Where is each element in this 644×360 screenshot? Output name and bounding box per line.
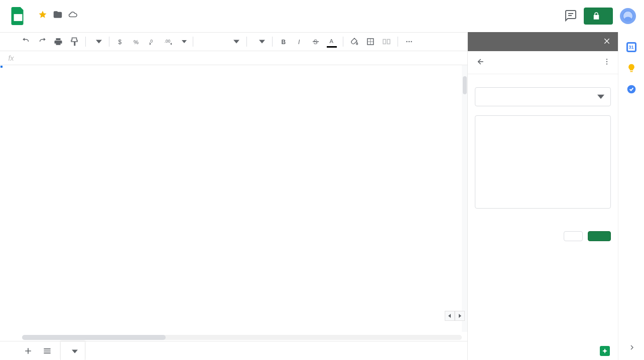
keep-icon[interactable]: [626, 63, 636, 73]
comments-icon[interactable]: [565, 10, 577, 23]
formula-bar: fx: [0, 51, 468, 65]
menu-tools[interactable]: [92, 22, 100, 26]
sheet-tab-bar: [0, 341, 468, 360]
svg-point-20: [406, 41, 407, 42]
text-color-icon[interactable]: A: [325, 35, 339, 49]
menu-edit[interactable]: [42, 22, 50, 26]
close-icon[interactable]: [603, 37, 611, 47]
svg-text:.00: .00: [165, 39, 171, 44]
more-icon[interactable]: [603, 58, 611, 67]
title-bar: [0, 0, 644, 32]
menu-insert[interactable]: [62, 22, 70, 26]
menu-data[interactable]: [82, 22, 90, 26]
side-rail: 31: [618, 32, 644, 360]
borders-icon[interactable]: [363, 35, 377, 49]
italic-icon[interactable]: I: [293, 35, 307, 49]
explore-button[interactable]: [600, 346, 614, 356]
product-listbox[interactable]: [475, 115, 611, 209]
svg-point-26: [606, 64, 607, 65]
star-icon[interactable]: [38, 10, 47, 21]
cancel-button[interactable]: [564, 231, 583, 241]
more-toolbar-icon[interactable]: [402, 35, 416, 49]
lock-icon: [592, 12, 601, 21]
font-select[interactable]: [197, 39, 242, 45]
add-sheet-icon[interactable]: [22, 345, 34, 357]
svg-text:.0: .0: [149, 39, 153, 44]
merge-cells-icon[interactable]: [379, 35, 394, 49]
increase-decimal-icon[interactable]: .00: [162, 35, 176, 49]
labelmaker-panel: [468, 32, 618, 360]
cloud-status-icon[interactable]: [68, 10, 77, 21]
panel-subheader: [468, 51, 618, 74]
font-size-select[interactable]: [251, 39, 268, 45]
svg-rect-18: [383, 40, 385, 44]
svg-text:I: I: [298, 39, 300, 46]
svg-text:B: B: [282, 39, 286, 46]
currency-icon[interactable]: $: [113, 35, 127, 49]
menu-file[interactable]: [32, 22, 40, 26]
sheet-nav-arrows[interactable]: [445, 311, 465, 321]
calendar-icon[interactable]: 31: [626, 42, 636, 52]
toolbar: $ % .0 .00 B I S A: [0, 32, 468, 51]
move-icon[interactable]: [53, 10, 62, 21]
undo-icon[interactable]: [19, 35, 33, 49]
redo-icon[interactable]: [35, 35, 49, 49]
percent-icon[interactable]: %: [130, 35, 144, 49]
menu-addons[interactable]: [102, 22, 110, 26]
svg-text:$: $: [118, 39, 122, 46]
print-icon[interactable]: [51, 35, 65, 49]
svg-point-24: [606, 59, 607, 60]
last-edit-link[interactable]: [125, 22, 134, 26]
use-button[interactable]: [588, 231, 611, 241]
sheets-logo[interactable]: [8, 6, 28, 26]
decrease-decimal-icon[interactable]: .0: [146, 35, 160, 49]
number-format-select[interactable]: [178, 40, 189, 43]
svg-point-22: [411, 41, 412, 42]
chevron-down-icon: [72, 348, 78, 354]
fx-icon[interactable]: fx: [0, 54, 22, 62]
panel-header: [468, 32, 618, 51]
menu-format[interactable]: [72, 22, 80, 26]
paint-format-icon[interactable]: [67, 35, 81, 49]
svg-rect-19: [388, 40, 390, 44]
back-icon[interactable]: [475, 57, 485, 68]
bold-icon[interactable]: B: [277, 35, 291, 49]
fill-color-icon[interactable]: [347, 35, 361, 49]
svg-point-25: [606, 61, 607, 62]
svg-point-21: [409, 41, 410, 42]
vertical-scrollbar[interactable]: [462, 65, 468, 332]
vendor-select[interactable]: [475, 87, 611, 106]
svg-text:%: %: [134, 39, 139, 45]
zoom-select[interactable]: [90, 39, 105, 45]
horizontal-scrollbar[interactable]: [22, 334, 462, 341]
share-button[interactable]: [584, 8, 613, 25]
strikethrough-icon[interactable]: S: [309, 35, 323, 49]
tasks-icon[interactable]: [626, 84, 636, 94]
explore-icon: [600, 346, 610, 356]
chevron-down-icon: [597, 93, 604, 100]
sheet-tab[interactable]: [60, 341, 85, 360]
spreadsheet-grid[interactable]: [0, 65, 468, 341]
all-sheets-icon[interactable]: [41, 345, 53, 357]
menu-view[interactable]: [52, 22, 60, 26]
account-avatar[interactable]: [620, 8, 636, 24]
svg-text:A: A: [330, 38, 334, 44]
hide-side-panel-icon[interactable]: [628, 343, 636, 353]
menu-help[interactable]: [112, 22, 120, 26]
menu-bar: [32, 22, 565, 26]
